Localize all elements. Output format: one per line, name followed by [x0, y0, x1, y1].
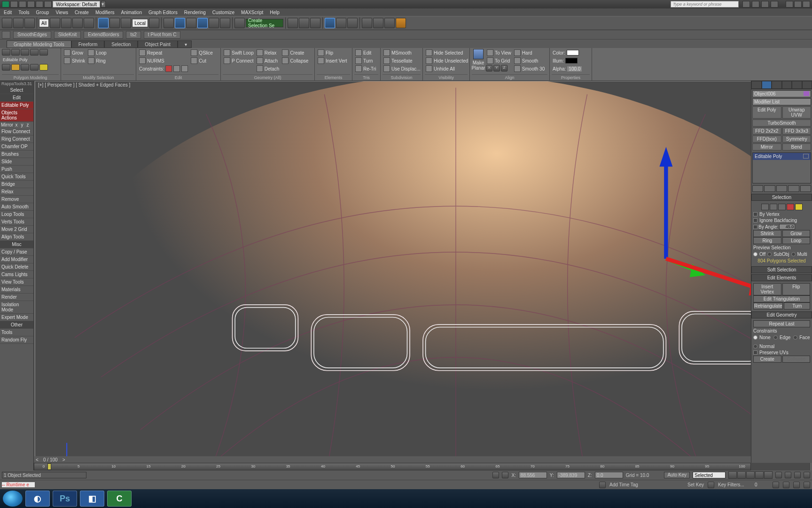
swiftloop-button[interactable]: Swift Loop: [223, 49, 255, 56]
menu-customize[interactable]: Customize: [212, 10, 234, 15]
pivot-icon[interactable]: [149, 18, 159, 28]
snap-toggle-icon[interactable]: [186, 18, 196, 28]
illum-swatch[interactable]: [565, 58, 578, 64]
rappa-item-ring-connect[interactable]: Ring Connect: [0, 135, 33, 143]
subobj-poly-icon2[interactable]: [787, 204, 794, 210]
hard-button[interactable]: Hard: [513, 49, 546, 56]
select-move-icon[interactable]: [98, 18, 109, 28]
menu-tools[interactable]: Tools: [18, 10, 29, 15]
turn-button[interactable]: Turn: [354, 57, 377, 64]
rappa-item-auto-smooth[interactable]: Auto Smooth: [0, 203, 33, 211]
refcoord-dropdown[interactable]: Local: [132, 19, 148, 27]
constraint-none-icon[interactable]: [165, 65, 172, 72]
repeat-button[interactable]: Repeat: [138, 49, 189, 56]
polymod-btn4[interactable]: [30, 64, 39, 71]
shrink-btn[interactable]: Shrink: [753, 230, 781, 237]
toview-button[interactable]: To View: [486, 49, 512, 56]
constraint-edge-radio[interactable]: Edge: [773, 334, 790, 341]
script-tab-smoothedges[interactable]: SmoothEdges: [13, 31, 51, 39]
loop-button[interactable]: Loop: [87, 49, 107, 56]
modbtn-ffd-3x3x3[interactable]: FFD 3x3x3: [782, 127, 812, 135]
render-setup-icon[interactable]: [373, 18, 383, 28]
menu-edit[interactable]: Edit: [4, 10, 12, 15]
ribbon-expand-icon[interactable]: ▾: [178, 40, 192, 48]
rappa-item-push[interactable]: Push: [0, 166, 33, 173]
cmdtab-modify-icon[interactable]: [762, 81, 772, 89]
rappa-item-verts-tools[interactable]: Verts Tools: [0, 218, 33, 226]
rappa-item-cams-lights[interactable]: Cams Lights: [0, 271, 33, 278]
ribbon-toggle-icon[interactable]: [325, 18, 335, 28]
timetag-icon[interactable]: [599, 482, 606, 488]
stack-show-icon[interactable]: [764, 185, 775, 192]
menu-help[interactable]: Help: [270, 10, 280, 15]
color-swatch[interactable]: [567, 50, 579, 56]
turn-btn[interactable]: Turn: [784, 302, 810, 310]
repeatlast-btn[interactable]: Repeat Last: [753, 320, 810, 327]
rappa-item-loop-tools[interactable]: Loop Tools: [0, 211, 33, 218]
open-icon[interactable]: [19, 1, 26, 8]
curve-editor-icon[interactable]: [336, 18, 346, 28]
rappa-item-remove[interactable]: Remove: [0, 196, 33, 203]
rappa-other-header[interactable]: Other: [0, 321, 33, 329]
ignorebackfacing-checkbox[interactable]: Ignore Backfacing: [753, 217, 810, 223]
cmdtab-motion-icon[interactable]: [782, 81, 792, 89]
object-color-swatch[interactable]: [804, 91, 809, 96]
keyboard-shortcut-icon[interactable]: [175, 18, 185, 28]
exchange-icon[interactable]: [761, 1, 769, 8]
usedisplace-button[interactable]: Use Displac...: [383, 65, 422, 72]
taskbar-chrome-icon[interactable]: ◐: [25, 491, 50, 507]
rappa-item-relax[interactable]: Relax: [0, 188, 33, 196]
rollout-softselection[interactable]: Soft Selection: [751, 266, 812, 273]
polymod-btn5[interactable]: [39, 64, 48, 71]
rollout-editelements[interactable]: Edit Elements: [751, 274, 812, 281]
cmdtab-hierarchy-icon[interactable]: [772, 81, 782, 89]
nurms-button[interactable]: NURMS: [138, 57, 189, 64]
select-name-icon[interactable]: [61, 18, 71, 28]
align-z-button[interactable]: Z: [501, 65, 508, 71]
retri-button[interactable]: Re-Tri: [354, 65, 377, 72]
stack-remove-icon[interactable]: [788, 185, 799, 192]
modifier-list-dropdown[interactable]: Modifier List: [752, 98, 811, 105]
unlink-icon[interactable]: [13, 18, 23, 28]
named-selection-dropdown[interactable]: Create Selection Se: [246, 19, 283, 27]
preview-off-radio[interactable]: Off: [753, 251, 765, 257]
pconnect-button[interactable]: P Connect: [223, 57, 255, 64]
cmdtab-display-icon[interactable]: [792, 81, 802, 89]
insertvertex-btn[interactable]: Insert Vertex: [753, 283, 781, 295]
collapse-btn[interactable]: Collapse: [782, 356, 811, 363]
cut-button[interactable]: Cut: [190, 57, 213, 64]
modbtn-ffd-box-[interactable]: FFD(box): [752, 135, 781, 143]
grow-button[interactable]: Grow: [63, 49, 86, 56]
taskbar-photoshop-icon[interactable]: Ps: [53, 491, 77, 507]
msmooth-button[interactable]: MSmooth: [383, 49, 422, 56]
ribbon-tab-objectpaint[interactable]: Object Paint: [138, 40, 177, 48]
script-tab-pivotfromc[interactable]: t Pivot from C: [144, 31, 181, 39]
constraint-face-icon[interactable]: [181, 65, 188, 72]
flip-btn[interactable]: Flip: [782, 283, 811, 295]
stack-unique-icon[interactable]: [776, 185, 787, 192]
modstack-eye-icon[interactable]: [803, 154, 809, 159]
rappa-item-isolation-mode[interactable]: Isolation Mode: [0, 301, 33, 314]
hidesel-button[interactable]: Hide Selected: [425, 49, 469, 56]
byangle-field[interactable]: [779, 224, 795, 230]
menu-rendering[interactable]: Rendering: [184, 10, 206, 15]
search-input[interactable]: [671, 1, 739, 8]
render-frame-icon[interactable]: [384, 18, 395, 28]
manipulate-icon[interactable]: [164, 18, 174, 28]
x-field[interactable]: 88.556: [519, 472, 547, 478]
addtimetag-button[interactable]: Add Time Tag: [609, 482, 652, 487]
menu-grapheditors[interactable]: Graph Editors: [148, 10, 178, 15]
subobj-edge-icon2[interactable]: [770, 204, 777, 210]
rollout-selection[interactable]: Selection: [751, 194, 812, 201]
select-object-icon[interactable]: [50, 18, 60, 28]
close-icon[interactable]: [803, 1, 810, 8]
relax-button[interactable]: Relax: [256, 49, 281, 56]
edit-button[interactable]: Edit: [354, 49, 377, 56]
rappa-item-flow-connect[interactable]: Flow Connect: [0, 128, 33, 135]
nav-pan-icon[interactable]: [775, 472, 782, 478]
modbtn-turbosmooth[interactable]: TurboSmooth: [752, 119, 811, 127]
rappa-item-materials[interactable]: Materials: [0, 286, 33, 294]
shrink-button[interactable]: Shrink: [63, 57, 86, 64]
menu-group[interactable]: Group: [36, 10, 49, 15]
detach-button[interactable]: Detach: [256, 65, 281, 72]
